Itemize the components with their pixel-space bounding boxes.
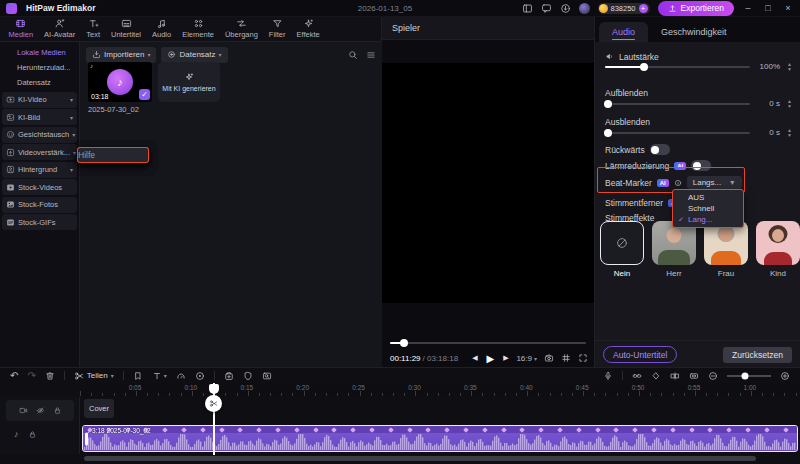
user-avatar[interactable]: [579, 3, 590, 14]
lock-icon[interactable]: [28, 430, 37, 439]
grid-icon[interactable]: [561, 353, 571, 363]
feedback-icon[interactable]: [541, 3, 552, 14]
clip-trim-handle[interactable]: [85, 432, 88, 445]
add-to-track-icon[interactable]: [224, 371, 234, 381]
timeline-zoom-slider[interactable]: [727, 372, 771, 380]
link-icon[interactable]: [632, 371, 642, 381]
menu-option-aus[interactable]: AUS: [673, 192, 743, 203]
list-view-icon[interactable]: [366, 50, 376, 60]
aspect-ratio-select[interactable]: 16:9▾: [516, 354, 537, 363]
undo-button[interactable]: ↶: [10, 370, 18, 381]
split-clip-icon[interactable]: [670, 371, 680, 381]
reset-button[interactable]: Zurücksetzen: [723, 347, 792, 363]
video-track-icon[interactable]: [19, 406, 28, 415]
menu-option-schnell[interactable]: Schnell: [673, 203, 743, 214]
split-button[interactable]: Teilen ▾: [74, 371, 114, 381]
info-icon[interactable]: [674, 179, 682, 187]
sidebar-item-lokale-medien[interactable]: Lokale Medien: [2, 45, 77, 60]
reverse-toggle[interactable]: [650, 144, 670, 155]
voice-option-herr[interactable]: Herr: [652, 221, 696, 278]
volume-value[interactable]: 100%: [760, 62, 780, 71]
media-item-audio[interactable]: ♪ ♪ 03:18 ✓ 2025-07-30_02: [88, 62, 152, 114]
dataset-button[interactable]: Datensatz▾: [161, 47, 227, 63]
fade-in-value[interactable]: 0 s: [769, 99, 780, 108]
horizontal-scrollbar[interactable]: [84, 456, 756, 461]
tab-audio-props[interactable]: Audio: [599, 22, 648, 42]
tab-geschwindigkeit[interactable]: Geschwindigkeit: [648, 22, 740, 42]
zoom-out-icon[interactable]: [708, 371, 718, 381]
search-icon[interactable]: [348, 50, 358, 60]
volume-stepper[interactable]: ▲▼: [787, 62, 792, 71]
sidebar-item-stock-gifs[interactable]: GIFStock-GIFs: [2, 214, 77, 230]
sidebar-item-ki-video[interactable]: KI-Video▾: [2, 92, 77, 108]
noise-reduction-toggle[interactable]: [691, 160, 711, 171]
sidebar-item-ki-bild[interactable]: KI-Bild▾: [2, 109, 77, 125]
sidebar-item-stock-videos[interactable]: Stock-Videos: [2, 179, 77, 195]
auto-subtitle-button[interactable]: Auto-Untertitel: [603, 346, 677, 363]
playhead-handle[interactable]: [209, 384, 219, 394]
layout-panel-icon[interactable]: [522, 3, 533, 14]
fit-timeline-icon[interactable]: [689, 371, 699, 381]
fullscreen-icon[interactable]: [578, 353, 588, 363]
redo-button[interactable]: ↷: [27, 370, 35, 381]
voice-option-nein[interactable]: Nein: [600, 221, 644, 278]
import-button[interactable]: Importieren▾: [86, 47, 156, 63]
audio-thumbnail[interactable]: ♪ ♪ 03:18 ✓: [88, 62, 152, 102]
audio-track-icon[interactable]: ♪: [14, 429, 19, 439]
video-viewport[interactable]: [382, 63, 594, 303]
tab-audio[interactable]: Audio: [147, 18, 177, 39]
seek-bar[interactable]: [390, 339, 586, 347]
voice-option-frau[interactable]: Frau: [704, 221, 748, 278]
tab-text[interactable]: Text: [81, 18, 106, 39]
audio-clip[interactable]: ♪ 3:18 2025-07-30_02: [82, 425, 798, 452]
sidebar-item-hintergrund[interactable]: Hintergrund▾: [2, 162, 77, 178]
sidebar-item-datensatz[interactable]: Datensatz: [2, 75, 77, 90]
ai-generate-card[interactable]: Mit KI generieren: [158, 62, 220, 102]
fade-in-slider[interactable]: [605, 99, 750, 108]
visibility-icon[interactable]: [36, 406, 45, 415]
prev-frame-button[interactable]: ◀: [472, 354, 477, 362]
fade-out-value[interactable]: 0 s: [769, 128, 780, 137]
tab-untertitel[interactable]: Untertitel: [106, 18, 147, 39]
marker-icon[interactable]: [133, 371, 143, 381]
frame-search-icon[interactable]: [262, 371, 272, 381]
tab-uebergang[interactable]: Übergang: [219, 18, 263, 39]
next-frame-button[interactable]: ▶: [503, 354, 508, 362]
playhead-split-button[interactable]: [205, 395, 222, 412]
snapshot-icon[interactable]: [544, 353, 554, 363]
download-icon[interactable]: [560, 3, 571, 14]
sidebar-item-herunterzuladen[interactable]: Herunterzulad...: [2, 60, 77, 75]
cover-button[interactable]: Cover: [84, 399, 114, 418]
fade-in-stepper[interactable]: ▲▼: [787, 99, 792, 108]
fade-out-slider[interactable]: [605, 128, 750, 137]
timeline-ruler[interactable]: 0:050:100:150:200:250:300:350:400:450:50…: [80, 383, 800, 397]
menu-option-langsam[interactable]: ✓Lang...: [673, 214, 743, 225]
tab-medien[interactable]: Medien: [3, 18, 39, 39]
menu-hilfe[interactable]: Hilfe: [77, 147, 149, 163]
sidebar-item-videoverstaerker[interactable]: Videoverstärk...▾: [2, 144, 77, 160]
minimize-button[interactable]: –: [742, 3, 754, 13]
zoom-in-icon[interactable]: [780, 371, 790, 381]
fade-out-stepper[interactable]: ▲▼: [787, 128, 792, 137]
voice-option-kind[interactable]: Kind: [756, 221, 800, 278]
volume-slider[interactable]: [605, 62, 750, 71]
text-tool-button[interactable]: ▾: [152, 371, 167, 381]
preview-icon[interactable]: [195, 371, 205, 381]
beat-marker-dropdown[interactable]: Langs... ▾: [687, 176, 742, 189]
delete-icon[interactable]: [45, 371, 55, 381]
credits-badge[interactable]: 838250 +: [598, 3, 650, 14]
tab-ai-avatar[interactable]: AI-Avatar: [39, 18, 81, 39]
tab-filter[interactable]: Filter: [263, 18, 291, 39]
keyframe-icon[interactable]: [651, 371, 661, 381]
seek-knob[interactable]: [400, 339, 408, 347]
lock-icon[interactable]: [53, 406, 62, 415]
close-button[interactable]: ×: [782, 3, 794, 13]
shield-icon[interactable]: [243, 371, 253, 381]
selected-checkbox[interactable]: ✓: [139, 89, 150, 100]
sidebar-item-stock-fotos[interactable]: Stock-Fotos: [2, 197, 77, 213]
maximize-button[interactable]: □: [762, 3, 774, 13]
sidebar-item-gesichtstausch[interactable]: Gesichtstausch▾: [2, 127, 77, 143]
speed-icon[interactable]: [176, 371, 186, 381]
tab-elemente[interactable]: Elemente: [177, 18, 220, 39]
timecode-current[interactable]: 00:11:29: [390, 354, 421, 363]
